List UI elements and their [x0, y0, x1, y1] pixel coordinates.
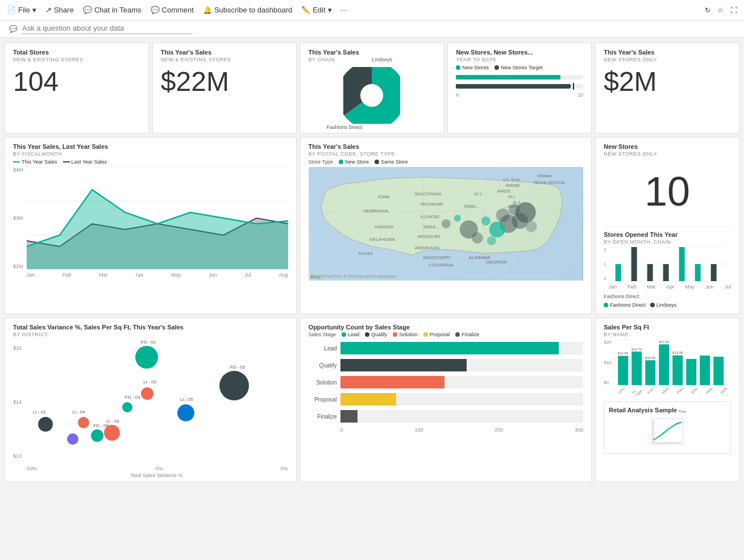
refresh-icon[interactable]: ↻ — [705, 6, 710, 14]
last-year-line — [63, 161, 70, 162]
svg-text:Ottawa: Ottawa — [537, 173, 551, 178]
bookmark-icon[interactable]: ☆ — [717, 6, 724, 14]
svg-rect-58 — [631, 247, 637, 281]
ytd-title: New Stores, New Stores... — [456, 49, 583, 56]
map-subtitle: BY POSTAL CODE, STORE TYPE — [309, 151, 584, 157]
line-svg — [27, 167, 288, 269]
qualify-dot — [365, 332, 369, 337]
more-button[interactable]: ··· — [341, 6, 347, 14]
new-only-title: This Year's Sales — [604, 49, 731, 56]
comment-icon: 💬 — [151, 6, 160, 14]
comment-button[interactable]: 💬 Comment — [151, 6, 194, 14]
ytd-bars: 0 10 — [456, 75, 583, 98]
proposal-track — [340, 393, 584, 406]
qa-input[interactable] — [22, 24, 193, 32]
total-stores-value: 104 — [13, 68, 140, 95]
map-container: IOWA NEBRASKA KANSAS OKLAHOMA TEXAS WISC… — [309, 167, 584, 281]
bubble-label-fd02: FD - 02 — [230, 365, 246, 370]
svg-text:LOUISIANA: LOUISIANA — [429, 262, 453, 268]
bubble-fd01 — [135, 346, 158, 369]
svg-point-20 — [489, 222, 505, 237]
bubble-x-label: Total Sales Variance % — [25, 473, 288, 478]
svg-rect-80 — [651, 419, 683, 445]
chat-in-teams-button[interactable]: 💬 Chat in Teams — [83, 6, 142, 14]
svg-text:OKLAHOMA: OKLAHOMA — [369, 237, 395, 242]
this-year-sales-subtitle: NEW & EXISTING STORES — [161, 57, 288, 62]
svg-text:MICHIGAN: MICHIGAN — [420, 202, 443, 207]
svg-text:KANSAS: KANSAS — [375, 224, 393, 229]
store-type-label: Store Type — [309, 159, 333, 165]
stores-opened-section: Stores Opened This Year BY OPEN MONTH, C… — [604, 226, 731, 308]
legend-lead: Lead — [342, 332, 359, 337]
chain-label-row: Fashions Direct — [604, 292, 731, 300]
svg-rect-57 — [615, 264, 621, 281]
bubble-li01 — [38, 417, 53, 432]
ytd-line — [573, 83, 574, 90]
line-legend: This Year Sales Last Year Sales — [13, 159, 288, 165]
bubble-label-li04: LI - 04 — [72, 409, 85, 415]
proposal-dot — [423, 332, 428, 337]
svg-text:MISSOURI: MISSOURI — [417, 234, 440, 239]
svg-point-18 — [496, 208, 509, 222]
legend-solution: Solution — [393, 332, 418, 337]
new-stores-dot — [456, 65, 460, 70]
svg-text:$13.08: $13.08 — [672, 351, 683, 354]
total-stores-card: Total Stores NEW & EXISTING STORES 104 — [5, 43, 149, 133]
svg-rect-67 — [618, 356, 628, 385]
svg-text:N.Y.: N.Y. — [474, 191, 483, 197]
svg-text:ARKANSAS: ARKANSAS — [414, 245, 439, 250]
this-year-sales-value: $22M — [161, 68, 288, 95]
svg-text:...WARE: ...WARE — [504, 204, 521, 209]
map-legend: Store Type New Store Same Store — [309, 159, 584, 165]
file-menu[interactable]: 📄 File ▾ — [7, 6, 36, 14]
svg-text:GEORGIA: GEORGIA — [485, 260, 507, 265]
ytd-fill-1 — [456, 75, 560, 80]
bubble-label-li01: LI - 01 — [33, 409, 46, 415]
bubble-chart-wrapper: $15 $14 $13 FD - 01 FD - 02 FD - 03 FD -… — [13, 340, 288, 476]
legend-qualify: Qualify — [365, 332, 387, 337]
chain-title: This Year's Sales — [309, 49, 436, 56]
svg-point-26 — [441, 219, 450, 228]
line-title: This Year Sales, Last Year Sales — [13, 143, 288, 150]
svg-text:VT.: VT. — [502, 177, 509, 182]
sqft-title: Sales Per Sq Ft — [604, 324, 731, 331]
svg-text:$17.92: $17.92 — [659, 340, 670, 344]
fashions-dot — [604, 303, 608, 307]
subscribe-button[interactable]: 🔔 Subscribe to dashboard — [203, 6, 292, 14]
new-only-subtitle: NEW STORES ONLY — [604, 57, 731, 62]
bubble-chart-card: Total Sales Variance %, Sales Per Sq Ft,… — [5, 317, 297, 482]
new-store-dot — [339, 160, 343, 164]
bubble-fd02 — [219, 371, 249, 400]
topbar-right: ↻ ☆ ⛶ — [705, 6, 737, 14]
bubble-li06 — [67, 433, 78, 445]
edit-button[interactable]: ✏️ Edit ▾ — [301, 6, 331, 14]
svg-rect-79 — [713, 357, 724, 385]
svg-text:NOVA SCOTIA: NOVA SCOTIA — [534, 180, 564, 185]
opp-bar-solution: Solution — [309, 376, 584, 388]
mini-bars-container: Jan Feb Mar Apr May Jun Jul — [609, 247, 731, 290]
fullscreen-icon[interactable]: ⛶ — [730, 6, 737, 14]
svg-text:N.H.: N.H. — [511, 177, 520, 182]
opened-y-axis: 2 1 0 — [604, 247, 606, 281]
share-button[interactable]: ↗ Share — [45, 6, 74, 14]
teams-icon: 💬 — [83, 6, 92, 14]
map-title: This Year's Sales — [309, 143, 584, 150]
svg-marker-8 — [27, 190, 288, 269]
sqft-chart-area: $20 $10 $0 $12.86 $14.75 — [604, 340, 731, 396]
retail-icon-container — [609, 415, 726, 449]
ytd-track-2 — [456, 84, 583, 89]
bubble-title: Total Sales Variance %, Sales Per Sq Ft,… — [13, 324, 288, 331]
svg-rect-69 — [631, 352, 642, 385]
finalize-track — [340, 410, 584, 423]
map-svg: IOWA NEBRASKA KANSAS OKLAHOMA TEXAS WISC… — [309, 167, 584, 281]
this-year-line — [13, 161, 20, 162]
sales-sqft-card: Sales Per Sq Ft BY NAME $20 $10 $0 $12.8… — [595, 317, 739, 482]
edit-icon: ✏️ — [301, 6, 310, 14]
pie-label-fashions: Fashions Direct — [326, 124, 362, 130]
qualify-fill — [340, 359, 467, 371]
ytd-bar-row-2 — [456, 84, 583, 89]
line-subtitle: BY FISCALMONTH — [13, 151, 288, 157]
subscribe-icon: 🔔 — [203, 6, 212, 14]
this-year-sales-card: This Year's Sales NEW & EXISTING STORES … — [152, 43, 297, 133]
bubble-x-axis: -10% -5% 0% — [25, 466, 288, 471]
